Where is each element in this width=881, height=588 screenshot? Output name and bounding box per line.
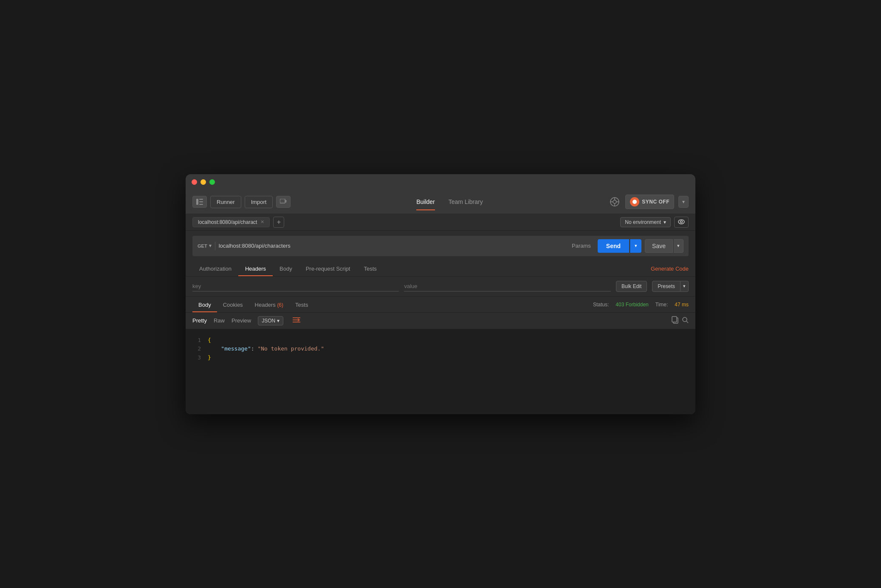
new-tab-button[interactable] xyxy=(276,196,291,208)
time-value: 47 ms xyxy=(675,302,689,308)
json-value: "No token provided." xyxy=(257,345,324,352)
svg-rect-1 xyxy=(199,199,203,200)
svg-point-20 xyxy=(683,317,687,322)
svg-point-8 xyxy=(613,200,616,204)
import-button[interactable]: Import xyxy=(245,196,273,208)
tab-authorization[interactable]: Authorization xyxy=(192,261,238,276)
res-tab-body[interactable]: Body xyxy=(192,297,217,312)
response-view-tabs: Pretty Raw Preview JSON ▾ xyxy=(186,313,695,329)
main-toolbar: Runner Import Builder Team Library xyxy=(186,190,695,214)
env-label: No environment xyxy=(625,219,661,225)
method-label: GET xyxy=(198,243,207,249)
bulk-edit-button[interactable]: Bulk Edit xyxy=(616,281,647,292)
params-button[interactable]: Params xyxy=(568,243,594,249)
send-button[interactable]: Send xyxy=(598,239,629,253)
svg-rect-0 xyxy=(196,199,198,205)
sync-icon xyxy=(630,197,639,206)
save-dropdown-button[interactable]: ▾ xyxy=(674,239,683,253)
time-label: Time: xyxy=(655,302,668,308)
method-chevron-icon: ▾ xyxy=(209,243,212,249)
res-tab-headers[interactable]: Headers (6) xyxy=(249,297,289,312)
environment-select[interactable]: No environment ▾ xyxy=(620,217,671,227)
url-input[interactable] xyxy=(219,243,565,249)
code-view: 1 { 2 "message": "No token provided." 3 … xyxy=(186,329,695,414)
chevron-down-icon: ▾ xyxy=(682,199,685,205)
titlebar xyxy=(186,174,695,190)
sync-button[interactable]: SYNC OFF xyxy=(625,195,674,209)
minimize-button[interactable] xyxy=(200,179,206,185)
tab-label: localhost:8080/api/charact xyxy=(198,219,257,225)
add-tab-button[interactable]: + xyxy=(273,217,284,228)
response-tabs-bar: Body Cookies Headers (6) Tests Status: 4… xyxy=(186,297,695,313)
sidebar-toggle-button[interactable] xyxy=(192,196,207,208)
wrap-button[interactable] xyxy=(290,316,303,325)
close-brace: } xyxy=(208,354,211,361)
toolbar-tabs: Builder Team Library xyxy=(294,197,605,207)
presets-button[interactable]: Presets xyxy=(652,281,681,292)
env-chevron-icon: ▾ xyxy=(664,219,666,225)
presets-dropdown-button[interactable]: ▾ xyxy=(681,281,689,292)
interceptor-icon[interactable] xyxy=(608,195,621,208)
method-select[interactable]: GET ▾ xyxy=(198,243,212,249)
active-tab[interactable]: localhost:8080/api/charact ✕ xyxy=(192,217,270,227)
format-chevron-icon: ▾ xyxy=(277,318,280,324)
tab-tests[interactable]: Tests xyxy=(357,261,383,276)
format-label: JSON xyxy=(262,318,275,324)
tab-builder[interactable]: Builder xyxy=(416,197,435,207)
headers-count-badge: (6) xyxy=(277,302,283,308)
view-tab-preview[interactable]: Preview xyxy=(232,317,251,324)
svg-point-14 xyxy=(681,220,683,223)
svg-rect-4 xyxy=(280,199,285,203)
send-dropdown-button[interactable]: ▾ xyxy=(630,239,641,253)
tab-pre-request[interactable]: Pre-request Script xyxy=(299,261,357,276)
headers-row: Bulk Edit Presets ▾ xyxy=(186,277,695,297)
runner-button[interactable]: Runner xyxy=(210,196,241,208)
toolbar-menu-button[interactable]: ▾ xyxy=(678,196,689,208)
svg-rect-2 xyxy=(199,201,203,202)
sync-label: SYNC OFF xyxy=(642,199,669,205)
res-tab-tests[interactable]: Tests xyxy=(289,297,314,312)
key-input[interactable] xyxy=(192,281,399,291)
status-value: 403 Forbidden xyxy=(616,302,648,308)
tab-close-icon[interactable]: ✕ xyxy=(260,219,264,225)
presets-button-group: Presets ▾ xyxy=(652,281,689,292)
toolbar-right: SYNC OFF ▾ xyxy=(608,195,689,209)
tab-body[interactable]: Body xyxy=(273,261,299,276)
format-select[interactable]: JSON ▾ xyxy=(258,316,283,325)
send-button-group: Send ▾ xyxy=(598,239,641,253)
app-window: Runner Import Builder Team Library xyxy=(186,174,695,414)
value-input[interactable] xyxy=(404,281,610,291)
svg-line-21 xyxy=(686,321,688,323)
view-actions xyxy=(672,316,689,325)
tab-headers[interactable]: Headers xyxy=(238,261,273,276)
copy-icon[interactable] xyxy=(672,316,678,325)
code-line-2: 2 "message": "No token provided." xyxy=(192,345,689,353)
separator xyxy=(215,242,215,250)
tab-team-library[interactable]: Team Library xyxy=(449,197,483,207)
eye-button[interactable] xyxy=(674,217,689,228)
status-bar: Status: 403 Forbidden Time: 47 ms xyxy=(593,302,689,308)
request-bar-container: GET ▾ Params Send ▾ Save ▾ xyxy=(186,231,695,261)
request-bar: GET ▾ Params Send ▾ Save ▾ xyxy=(192,236,689,256)
save-button-group: Save ▾ xyxy=(645,239,683,253)
svg-point-13 xyxy=(678,220,684,224)
save-button[interactable]: Save xyxy=(645,239,673,253)
open-brace: { xyxy=(208,337,211,343)
close-button[interactable] xyxy=(192,179,197,185)
res-tab-cookies[interactable]: Cookies xyxy=(217,297,249,312)
svg-rect-3 xyxy=(199,204,203,205)
code-line-1: 1 { xyxy=(192,336,689,345)
generate-code-button[interactable]: Generate Code xyxy=(651,266,689,272)
view-tab-pretty[interactable]: Pretty xyxy=(192,317,207,324)
json-key: "message" xyxy=(221,345,251,352)
view-tab-raw[interactable]: Raw xyxy=(214,317,225,324)
search-icon[interactable] xyxy=(682,317,689,325)
response-section: Body Cookies Headers (6) Tests Status: 4… xyxy=(186,297,695,414)
maximize-button[interactable] xyxy=(209,179,215,185)
request-tabs: Authorization Headers Body Pre-request S… xyxy=(186,261,695,277)
svg-rect-19 xyxy=(672,317,677,322)
toolbar-left: Runner Import xyxy=(192,196,291,208)
code-line-3: 3 } xyxy=(192,353,689,362)
status-label: Status: xyxy=(593,302,609,308)
